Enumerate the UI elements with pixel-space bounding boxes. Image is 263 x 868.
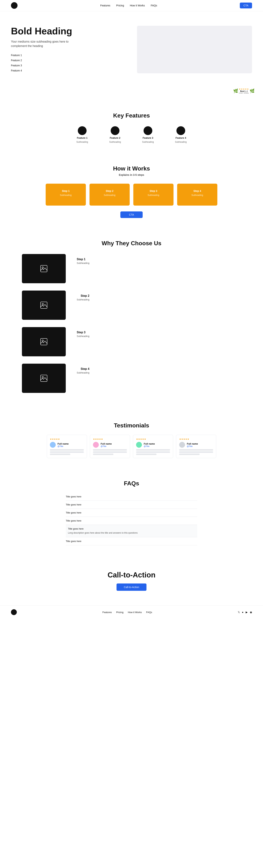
how-cta-button[interactable]: CTA [120,211,143,218]
test-info-3: Full name @Title [144,442,155,447]
test-lines-2 [93,449,127,455]
step-title-1: Step 1 [62,189,70,192]
step-sub-2: Subheading [104,194,116,196]
how-cta-container: CTA [11,211,252,218]
hero-subheading: Your mediums size subheading goes here t… [11,39,73,48]
test-handle-2: @Title [101,445,112,447]
step-title-3: Step 3 [150,189,157,192]
faq-item-1[interactable]: Title goes here [66,493,197,501]
instagram-icon[interactable]: ◉ [250,611,252,614]
svg-rect-0 [40,265,47,272]
faq-item-5[interactable]: Title goes here Long description goes he… [66,525,197,537]
step-card-2: Step 2 Subheading [90,184,130,206]
footer: Features Pricing How it Works FAQs 𝕏 ● ▶… [0,606,263,619]
test-info-1: Full name @Title [58,442,69,447]
pinterest-icon[interactable]: ● [242,611,243,614]
why-step-label-2: Step 2 [77,294,89,298]
svg-rect-6 [40,375,47,381]
feature-title-2: Feature 2 [110,136,120,139]
testimonial-card-4: ★★★★★ Full name @Title [176,435,216,458]
feature-title-3: Feature 3 [143,136,153,139]
badge-row: 🌿 ★★★★★ Best [...] 5,000+ reviews 🌿 [0,88,263,101]
hero-feature-1: Feature 1 [11,53,126,58]
feature-sub-4: Subheading [175,141,187,143]
test-stars-3: ★★★★★ [136,438,170,440]
why-image-2 [22,290,66,320]
footer-links: Features Pricing How it Works FAQs [102,611,152,614]
why-step-desc-2: Subheading [77,298,89,301]
navbar: Features Pricing How it Works FAQs CTA [0,0,263,11]
svg-point-3 [42,303,43,305]
step-sub-4: Subheading [191,194,203,196]
step-card-1: Step 1 Subheading [46,184,86,206]
test-avatar-1 [50,442,56,448]
hero-feature-4: Feature 4 [11,68,126,73]
testimonial-card-3: ★★★★★ Full name @Title [133,435,173,458]
footer-link-pricing[interactable]: Pricing [116,611,124,614]
testimonial-card-1: ★★★★★ Full name @Title [47,435,87,458]
test-line-short [93,454,113,455]
twitter-icon[interactable]: 𝕏 [238,611,240,614]
laurel-right: 🌿 [250,89,255,93]
test-stars-4: ★★★★★ [179,438,213,440]
test-header-3: Full name @Title [136,442,170,448]
feature-item-3: Feature 3 Subheading [137,126,159,143]
why-step-desc-1: Subheading [77,262,89,265]
hero-section: Bold Heading Your mediums size subheadin… [0,11,263,88]
how-heading: How it Works [11,165,252,172]
test-line [93,452,127,453]
testimonials-heading: Testimonials [11,422,252,429]
footer-link-faqs[interactable]: FAQs [146,611,152,614]
test-info-2: Full name @Title [101,442,112,447]
test-stars-1: ★★★★★ [50,438,84,440]
footer-link-features[interactable]: Features [102,611,112,614]
hero-features-list: Feature 1 Feature 2 Feature 3 Feature 4 [11,53,126,73]
step-sub-3: Subheading [147,194,159,196]
badge-stars: ★★★★★ [239,88,249,90]
award-badge: 🌿 ★★★★★ Best [...] 5,000+ reviews 🌿 [236,88,252,94]
nav-faqs[interactable]: FAQs [151,4,157,7]
nav-cta-button[interactable]: CTA [240,3,252,8]
test-avatar-4 [179,442,185,448]
badge-laurel: 🌿 ★★★★★ Best [...] 5,000+ reviews 🌿 [233,88,255,94]
cta-heading: Call-to-Action [11,571,252,579]
nav-how-it-works[interactable]: How it Works [130,4,145,7]
test-line [50,452,84,453]
faq-item-6[interactable]: Title goes here [66,537,197,545]
testimonial-card-2: ★★★★★ Full name @Title [90,435,130,458]
faq-item-3[interactable]: Title goes here [66,509,197,517]
feature-icon-4 [176,126,185,135]
test-handle-3: @Title [144,445,155,447]
laurel-left: 🌿 [233,89,238,93]
feature-title-4: Feature 4 [175,136,186,139]
nav-features[interactable]: Features [100,4,110,7]
nav-pricing[interactable]: Pricing [116,4,124,7]
faq-item-2[interactable]: Title goes here [66,501,197,509]
nav-links: Features Pricing How it Works FAQs [100,4,157,7]
why-item-1: Step 1 Subheading [22,254,241,283]
test-line [179,449,213,451]
key-features-heading: Key Features [11,112,252,119]
footer-link-how[interactable]: How it Works [128,611,142,614]
why-choose-section: Why They Choose Us Step 1 Subheading Ste… [0,229,263,411]
feature-icon-1 [78,126,87,135]
youtube-icon[interactable]: ▶ [245,611,248,614]
feature-icon-2 [111,126,120,135]
faqs-heading: FAQs [66,480,197,487]
feature-title-1: Feature 1 [77,136,88,139]
test-name-3: Full name [144,442,155,445]
cta-action-button[interactable]: Call-to-Action [117,584,146,591]
how-subheading: Explains in 3-5 steps [11,174,252,176]
test-name-2: Full name [101,442,112,445]
key-features-section: Key Features Feature 1 Subheading Featur… [0,101,263,154]
badge-label: Best [...] [240,90,247,92]
why-step-desc-3: Subheading [77,335,89,338]
step-card-4: Step 4 Subheading [177,184,217,206]
svg-rect-2 [40,302,47,308]
test-lines-4 [179,449,213,455]
feature-sub-2: Subheading [109,141,121,143]
test-stars-2: ★★★★★ [93,438,127,440]
test-line [50,449,84,451]
faq-item-4[interactable]: Title goes here [66,517,197,525]
test-name-4: Full name [187,442,198,445]
